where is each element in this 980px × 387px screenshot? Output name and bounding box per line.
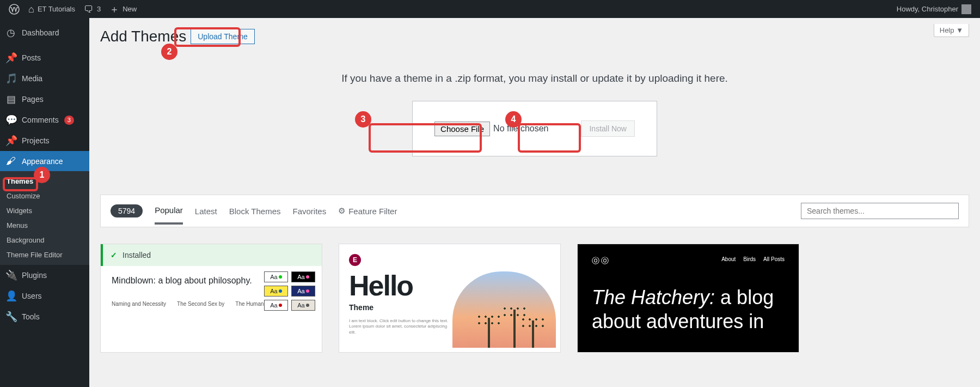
menu-label: Pages [22,95,44,104]
gear-icon: ⚙ [338,206,345,216]
style-swatch: Aa [291,286,315,297]
upload-theme-button[interactable]: Upload Theme [191,29,255,44]
filter-block[interactable]: Block Themes [229,207,281,223]
preview-heading: The Hatchery: a blog about adventures in [592,286,785,334]
menu-label: Projects [22,136,50,145]
filter-favorites[interactable]: Favorites [293,207,327,223]
theme-card[interactable]: ✓ Installed Aa Aa Aa Aa Aa Aa Mindblown:… [100,244,322,353]
comments-count: 3 [97,5,101,13]
pin-icon: 📌 [5,135,16,147]
help-tab[interactable]: Help ▼ [934,24,969,37]
submenu-customize[interactable]: Customize [0,189,89,203]
preview-nav: Birds [743,256,756,266]
menu-posts[interactable]: 📌 Posts [0,47,89,68]
preview-text: I am text block. Click edit button to ch… [349,318,452,335]
menu-plugins[interactable]: 🔌 Plugins [0,265,89,286]
search-themes-input[interactable] [801,203,959,219]
site-name-link[interactable]: ⌂ ET Tutorials [24,0,79,18]
page-icon: ▤ [5,93,16,105]
media-icon: 🎵 [5,72,16,84]
wrench-icon: 🔧 [5,311,16,323]
svg-point-0 [9,4,19,14]
filter-latest[interactable]: Latest [195,207,217,223]
new-label: New [122,5,137,13]
user-icon: 👤 [5,290,16,302]
choose-file-button[interactable]: Choose File [434,122,490,136]
menu-label: Plugins [22,271,47,280]
menu-label: Appearance [22,157,63,166]
submenu-editor[interactable]: Theme File Editor [0,247,89,262]
menu-media[interactable]: 🎵 Media [0,68,89,89]
dashboard-icon: ◷ [5,27,16,39]
menu-users[interactable]: 👤 Users [0,286,89,306]
theme-count: 5794 [111,204,143,217]
menu-appearance[interactable]: 🖌 Appearance [0,151,89,171]
my-account[interactable]: Howdy, Christopher [892,0,976,18]
pin-icon: 📌 [5,52,16,64]
install-now-button[interactable]: Install Now [581,120,634,137]
theme-card[interactable]: ⓞⓞ About Birds All Posts The Hatchery: a… [577,244,799,353]
theme-filter-bar: 5794 Popular Latest Block Themes Favorit… [100,195,969,227]
menu-label: Tools [22,312,40,321]
submenu-themes[interactable]: Themes [0,174,89,189]
elementor-logo-icon: E [349,254,361,266]
comment-icon: 💬 [5,114,16,126]
howdy-text: Howdy, Christopher [897,5,958,13]
submenu-widgets[interactable]: Widgets [0,203,89,218]
upload-form: Choose File No file chosen Install Now [412,101,657,156]
file-status: No file chosen [493,124,548,134]
appearance-submenu: Themes Customize Widgets Menus Backgroun… [0,171,89,265]
style-swatch: Aa [264,271,288,282]
plug-icon: 🔌 [5,269,16,281]
menu-label: Dashboard [22,28,59,37]
brush-icon: 🖌 [5,155,16,167]
avatar-icon [961,4,971,14]
menu-comments[interactable]: 💬 Comments 3 [0,110,89,130]
menu-tools[interactable]: 🔧 Tools [0,306,89,327]
menu-label: Posts [22,53,41,62]
style-swatch: Aa [264,300,288,311]
style-swatch: Aa [291,271,315,282]
home-icon: ⌂ [28,4,34,14]
preview-logo-icon: ⓞⓞ [592,256,610,266]
admin-toolbar: ⌂ ET Tutorials 🗨 3 ＋ New Howdy, Christop… [0,0,980,18]
themes-grid: ✓ Installed Aa Aa Aa Aa Aa Aa Mindblown:… [100,244,969,353]
menu-pages[interactable]: ▤ Pages [0,89,89,110]
help-label: Help [940,26,954,34]
menu-label: Media [22,74,42,83]
theme-card[interactable]: E Hello Theme I am text block. Click edi… [339,244,561,353]
new-content-link[interactable]: ＋ New [105,0,141,18]
preview-text: Naming and Necessity [112,301,166,307]
theme-preview: E Hello Theme I am text block. Click edi… [339,244,560,345]
theme-preview: Aa Aa Aa Aa Aa Aa Mindblown: a blog abou… [101,266,322,317]
menu-label: Users [22,292,42,300]
style-swatch: Aa [264,286,288,297]
menu-dashboard[interactable]: ◷ Dashboard [0,18,89,47]
feature-filter-label: Feature Filter [348,207,397,216]
submenu-background[interactable]: Background [0,233,89,247]
comment-icon: 🗨 [84,4,94,14]
main-content: Help ▼ Add Themes Upload Theme If you ha… [89,18,980,387]
wp-logo[interactable] [4,0,24,18]
check-icon: ✓ [111,251,117,259]
page-title: Add Themes [100,28,186,45]
upload-panel: If you have a theme in a .zip format, yo… [100,72,969,156]
feature-filter-button[interactable]: ⚙ Feature Filter [338,206,397,216]
preview-text: The Second Sex by [177,301,224,307]
filter-popular[interactable]: Popular [155,205,183,225]
style-swatch: Aa [291,300,315,311]
site-name: ET Tutorials [38,5,75,13]
admin-sidebar: ◷ Dashboard 📌 Posts 🎵 Media ▤ Pages 💬 Co… [0,18,89,387]
menu-label: Comments [22,116,59,124]
comments-badge: 3 [64,116,74,125]
upload-instruction: If you have a theme in a .zip format, yo… [100,72,969,84]
plus-icon: ＋ [109,4,119,14]
installed-label: Installed [122,251,151,259]
comments-link[interactable]: 🗨 3 [79,0,105,18]
preview-nav: About [721,256,736,266]
submenu-menus[interactable]: Menus [0,218,89,233]
chevron-down-icon: ▼ [956,26,963,34]
preview-nav: All Posts [763,256,785,266]
installed-badge: ✓ Installed [101,244,322,266]
menu-projects[interactable]: 📌 Projects [0,130,89,151]
